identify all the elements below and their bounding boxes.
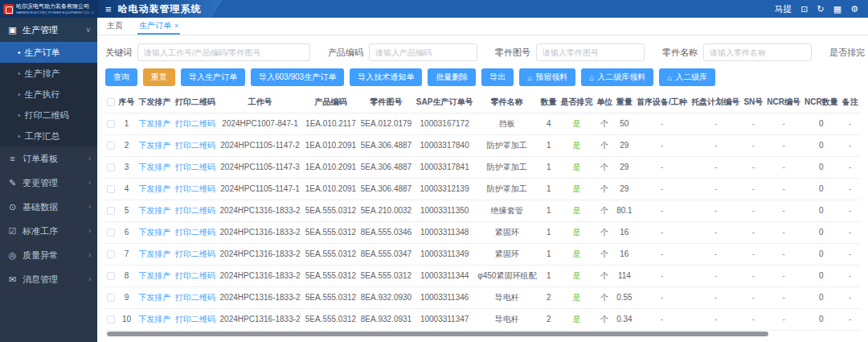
dispatch-link[interactable]: 下发排产 <box>138 228 170 237</box>
search-button[interactable]: 查询 <box>105 68 137 86</box>
sidebar-item-order-board[interactable]: ≡订单看板› <box>0 146 97 171</box>
cell-qty: 1 <box>538 178 559 200</box>
print-qrcode-link[interactable]: 打印二维码 <box>175 315 215 323</box>
cell-pallet-plan-no: - <box>690 200 743 221</box>
tab-bar: 主页 生产订单 × <box>97 18 868 35</box>
print-qrcode-link[interactable]: 打印二维码 <box>175 141 215 150</box>
export-button[interactable]: 导出 <box>481 68 514 86</box>
cell-scheduled: 是 <box>559 243 595 265</box>
keyword-input[interactable] <box>137 43 310 61</box>
print-qrcode-link[interactable]: 打印二维码 <box>175 249 215 258</box>
row-select-cell <box>105 156 117 178</box>
dispatch-link[interactable]: 下发排产 <box>138 119 170 128</box>
sidebar-subitem-production-scheduling[interactable]: •生产排产 <box>0 63 97 84</box>
import-603-903-button[interactable]: 导入603/903生产订单 <box>251 68 344 86</box>
cell-dispatch: 下发排产 <box>137 221 173 243</box>
select-all-checkbox[interactable] <box>107 98 115 106</box>
cell-dispatch: 下发排产 <box>137 265 173 286</box>
import-tech-notice-button[interactable]: 导入技术通知单 <box>350 68 422 86</box>
row-checkbox[interactable] <box>107 272 115 280</box>
cell-seq: 3 <box>117 156 137 178</box>
dispatch-link[interactable]: 下发排产 <box>138 184 170 193</box>
row-select-cell <box>105 178 117 200</box>
table-row: 2下发排产打印二维码2024HPC1105-1147-21EA.010.2091… <box>105 134 860 156</box>
row-checkbox[interactable] <box>107 163 115 171</box>
sidebar-item-base-data[interactable]: ⊙基础数据› <box>0 195 97 219</box>
sidebar-item-standard-process[interactable]: ☑标准工序› <box>0 219 97 243</box>
sidebar-item-change-mgmt[interactable]: ✎变更管理› <box>0 171 97 195</box>
batch-delete-button[interactable]: 批量删除 <box>428 68 476 86</box>
scrollbar-thumb[interactable] <box>107 332 768 336</box>
row-checkbox[interactable] <box>107 142 115 150</box>
row-select-cell <box>105 286 117 308</box>
reset-button[interactable]: 重置 <box>143 68 175 86</box>
sidebar-item-production-mgmt[interactable]: ▣生产管理∨ <box>0 18 97 42</box>
cell-sn-no: - <box>742 178 765 200</box>
tab-production-order-label: 生产订单 <box>139 20 171 31</box>
close-tab-icon[interactable]: × <box>174 22 178 30</box>
cell-part-drawing-no: 5EA.306.4887 <box>358 178 414 200</box>
refresh-icon[interactable]: ↻ <box>817 5 825 14</box>
secondary-store-picking-button[interactable]: ⌂入二级库领料 <box>581 68 653 86</box>
table-row: 4下发排产打印二维码2024HPC1105-1147-11EA.010.2091… <box>105 178 860 200</box>
sidebar-subitem-process-summary[interactable]: •工序汇总 <box>0 126 97 146</box>
dispatch-link[interactable]: 下发排产 <box>138 249 170 258</box>
col-header-part-drawing-no: 零件图号 <box>358 93 414 113</box>
button-label: 查询 <box>113 72 129 83</box>
row-checkbox[interactable] <box>107 229 115 237</box>
sidebar-subitem-production-execution[interactable]: •生产执行 <box>0 84 97 105</box>
cell-part-name: 防护罩加工 <box>475 156 538 178</box>
print-qrcode-link[interactable]: 打印二维码 <box>175 206 215 215</box>
cell-unit: 个 <box>595 308 615 330</box>
username[interactable]: 马提 <box>774 3 792 15</box>
row-checkbox[interactable] <box>107 315 115 323</box>
dispatch-link[interactable]: 下发排产 <box>138 141 170 150</box>
print-qrcode-link[interactable]: 打印二维码 <box>175 228 215 237</box>
print-qrcode-link[interactable]: 打印二维码 <box>175 271 215 280</box>
sidebar-subitem-production-order[interactable]: •生产订单 <box>0 42 97 63</box>
reserve-picking-button[interactable]: ⌂预留领料 <box>519 68 575 86</box>
print-qrcode-link[interactable]: 打印二维码 <box>175 119 215 128</box>
print-qrcode-link[interactable]: 打印二维码 <box>175 163 215 171</box>
tab-production-order[interactable]: 生产订单 × <box>137 18 180 35</box>
dispatch-link[interactable]: 下发排产 <box>138 163 170 171</box>
import-orders-button[interactable]: 导入生产订单 <box>181 68 245 86</box>
row-checkbox[interactable] <box>107 207 115 215</box>
row-checkbox[interactable] <box>107 120 115 128</box>
row-checkbox[interactable] <box>107 294 115 302</box>
row-checkbox[interactable] <box>107 250 115 258</box>
cell-print-qrcode: 打印二维码 <box>173 286 217 308</box>
app-window: 哈尔滨电气动力装备有限公司 HARBIN ELECTRIC POWER EQUI… <box>0 0 868 342</box>
part-name-input[interactable] <box>703 43 812 61</box>
cell-weight: 0.34 <box>615 308 635 330</box>
part-drawing-no-input[interactable] <box>536 43 645 61</box>
print-qrcode-link[interactable]: 打印二维码 <box>175 293 215 302</box>
cell-first-device: - <box>634 243 689 265</box>
cell-part-name: 绝缘套管 <box>475 200 538 221</box>
cell-pallet-plan-no: - <box>690 178 743 200</box>
cell-weight: 80.1 <box>615 200 635 221</box>
col-header-pallet-plan-no: 托盘计划编号 <box>690 93 743 113</box>
sidebar-subitem-print-qrcode[interactable]: •打印二维码 <box>0 105 97 126</box>
apps-grid-icon[interactable]: ▦ <box>833 5 841 14</box>
cell-weight: 0.55 <box>615 286 635 308</box>
dispatch-link[interactable]: 下发排产 <box>138 315 170 323</box>
dispatch-link[interactable]: 下发排产 <box>138 271 170 280</box>
dispatch-link[interactable]: 下发排产 <box>138 293 170 302</box>
sidebar-item-message-mgmt[interactable]: ✉消息管理› <box>0 267 97 291</box>
cell-scheduled: 是 <box>559 178 595 200</box>
tab-home[interactable]: 主页 <box>105 18 125 35</box>
sidebar-item-quality-exception[interactable]: ◎质量异常› <box>0 243 97 267</box>
row-checkbox[interactable] <box>107 185 115 193</box>
sidebar-item-label: 生产管理 <box>23 24 58 36</box>
dispatch-link[interactable]: 下发排产 <box>138 206 170 215</box>
cell-print-qrcode: 打印二维码 <box>173 113 217 134</box>
print-qrcode-link[interactable]: 打印二维码 <box>175 184 215 193</box>
secondary-store-button[interactable]: ⌂入二级库 <box>659 68 715 86</box>
product-code-input[interactable] <box>369 43 477 61</box>
cell-unit: 个 <box>595 265 615 286</box>
collapse-sidebar-icon[interactable]: ≡ <box>105 4 112 14</box>
fullscreen-icon[interactable]: ⊡ <box>800 5 808 14</box>
horizontal-scrollbar[interactable] <box>105 331 860 338</box>
settings-gear-icon[interactable]: ⚙ <box>850 5 858 14</box>
